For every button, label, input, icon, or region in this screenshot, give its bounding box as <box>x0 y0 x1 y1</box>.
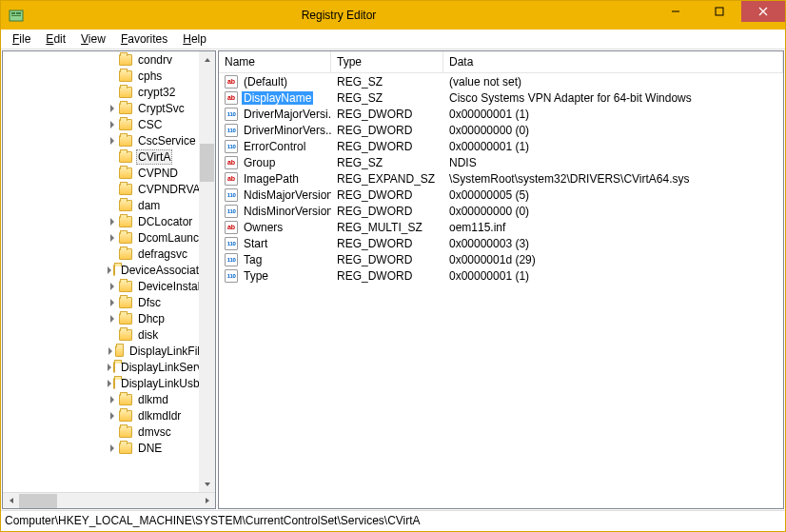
tree-item[interactable]: dam <box>3 197 215 213</box>
tree-expander-icon[interactable] <box>108 266 111 275</box>
list-row[interactable]: ImagePathREG_EXPAND_SZ\SystemRoot\system… <box>219 170 783 187</box>
tree-expander-icon[interactable] <box>108 120 117 129</box>
list-row[interactable]: NdisMinorVersionREG_DWORD0x00000000 (0) <box>219 203 783 219</box>
folder-icon <box>119 410 132 422</box>
column-header-data[interactable]: Data <box>443 51 783 72</box>
tree-expander-icon[interactable] <box>108 379 111 388</box>
tree-item[interactable]: CryptSvc <box>3 100 215 116</box>
tree-item[interactable]: DCLocator <box>3 213 215 229</box>
value-data-cell: 0x00000001 (1) <box>443 108 783 121</box>
tree-item[interactable]: Dfsc <box>3 294 215 310</box>
list-row[interactable]: GroupREG_SZNDIS <box>219 154 783 170</box>
maximize-button[interactable] <box>698 1 741 22</box>
tree-item[interactable]: disk <box>3 326 215 343</box>
value-type-cell: REG_SZ <box>331 91 443 105</box>
menu-view[interactable]: View <box>73 30 113 48</box>
folder-icon <box>119 200 132 211</box>
folder-icon <box>113 265 115 276</box>
tree-expander-icon[interactable] <box>108 298 117 307</box>
vscroll-track[interactable] <box>199 68 215 476</box>
tree-item[interactable]: cphs <box>3 68 215 84</box>
string-value-icon <box>225 172 238 186</box>
tree-item[interactable]: dlkmdldr <box>3 407 215 424</box>
string-value-icon <box>225 156 238 169</box>
value-name: Owners <box>242 221 285 234</box>
tree-item[interactable]: DisplayLinkUsbPort <box>3 375 215 391</box>
tree-expander-icon[interactable] <box>108 443 117 453</box>
close-button[interactable] <box>741 1 785 22</box>
list-row[interactable]: DisplayNameREG_SZCisco Systems VPN Adapt… <box>219 89 783 106</box>
scroll-up-button[interactable] <box>199 51 215 68</box>
tree-expander-icon[interactable] <box>108 136 117 146</box>
tree-view[interactable]: condrvcphscrypt32CryptSvcCSCCscServiceCV… <box>3 51 215 492</box>
tree-item[interactable]: crypt32 <box>3 84 215 100</box>
content-area: condrvcphscrypt32CryptSvcCSCCscServiceCV… <box>1 49 785 511</box>
list-row[interactable]: TypeREG_DWORD0x00000001 (1) <box>219 267 783 284</box>
folder-icon <box>119 184 132 195</box>
tree-item[interactable]: CSC <box>3 116 215 132</box>
tree-expander-icon[interactable] <box>108 363 111 372</box>
tree-item[interactable]: DeviceAssociationService <box>3 262 215 278</box>
tree-item-label: DNE <box>136 442 164 455</box>
tree-item[interactable]: condrv <box>3 51 215 68</box>
minimize-button[interactable] <box>654 1 698 22</box>
tree-item[interactable]: DisplayLinkService <box>3 359 215 375</box>
menu-file[interactable]: File <box>5 30 38 48</box>
tree-item-label: CscService <box>136 134 198 148</box>
list-body[interactable]: (Default)REG_SZ(value not set)DisplayNam… <box>219 73 783 508</box>
scroll-down-button[interactable] <box>199 476 215 492</box>
tree-item[interactable]: CVPND <box>3 165 215 181</box>
column-header-type[interactable]: Type <box>331 51 443 72</box>
list-row[interactable]: StartREG_DWORD0x00000003 (3) <box>219 235 783 251</box>
value-data-cell: 0x0000001d (29) <box>443 253 783 266</box>
hscroll-track[interactable] <box>19 493 199 509</box>
folder-icon <box>119 394 132 405</box>
tree-item[interactable]: DcomLaunch <box>3 229 215 246</box>
list-row[interactable]: TagREG_DWORD0x0000001d (29) <box>219 251 783 267</box>
tree-item-label: dam <box>136 199 162 212</box>
tree-expander-icon[interactable] <box>108 104 117 113</box>
menu-favorites[interactable]: Favorites <box>113 30 175 48</box>
list-row[interactable]: DriverMinorVers...REG_DWORD0x00000000 (0… <box>219 122 783 138</box>
hscroll-thumb[interactable] <box>19 494 57 508</box>
scroll-left-button[interactable] <box>3 493 19 509</box>
tree-expander-icon[interactable] <box>108 217 117 227</box>
tree-item[interactable]: dmvsc <box>3 424 215 440</box>
tree-expander-icon[interactable] <box>108 395 117 404</box>
tree-item[interactable]: Dhcp <box>3 310 215 326</box>
tree-item[interactable]: CVPNDRVA <box>3 181 215 197</box>
tree-vertical-scrollbar[interactable] <box>199 51 215 492</box>
tree-expander-icon[interactable] <box>108 282 117 291</box>
tree-item[interactable]: dlkmd <box>3 391 215 407</box>
tree-expander-icon[interactable] <box>108 233 117 243</box>
tree-item-label: disk <box>136 328 160 342</box>
tree-item-label: CSC <box>136 118 164 131</box>
column-header-name[interactable]: Name <box>219 51 331 72</box>
tree-item-label: CVirtA <box>136 149 172 165</box>
scroll-right-button[interactable] <box>199 493 215 509</box>
tree-expander-icon[interactable] <box>108 346 113 356</box>
list-row[interactable]: DriverMajorVersi...REG_DWORD0x00000001 (… <box>219 106 783 122</box>
list-row[interactable]: NdisMajorVersionREG_DWORD0x00000005 (5) <box>219 187 783 203</box>
svg-marker-11 <box>206 498 209 503</box>
value-type-cell: REG_EXPAND_SZ <box>331 172 443 186</box>
vscroll-thumb[interactable] <box>200 144 214 182</box>
tree-item[interactable]: CscService <box>3 132 215 148</box>
value-name: (Default) <box>242 75 289 89</box>
tree-item[interactable]: CVirtA <box>3 148 215 165</box>
list-row[interactable]: OwnersREG_MULTI_SZoem115.inf <box>219 219 783 235</box>
menu-help[interactable]: Help <box>175 30 214 48</box>
tree-horizontal-scrollbar[interactable] <box>3 492 215 508</box>
tree-item[interactable]: DisplayLinkFilter <box>3 343 215 359</box>
list-row[interactable]: ErrorControlREG_DWORD0x00000001 (1) <box>219 138 783 154</box>
list-row[interactable]: (Default)REG_SZ(value not set) <box>219 73 783 89</box>
tree-expander-icon[interactable] <box>108 411 117 421</box>
tree-expander-icon[interactable] <box>108 314 117 324</box>
value-name-cell: Start <box>219 237 331 250</box>
menu-edit[interactable]: Edit <box>38 30 73 48</box>
tree-item[interactable]: DeviceInstall <box>3 278 215 294</box>
tree-item[interactable]: defragsvc <box>3 246 215 262</box>
value-type-cell: REG_DWORD <box>331 140 443 153</box>
tree-item[interactable]: DNE <box>3 440 215 456</box>
tree-item-label: defragsvc <box>136 247 189 261</box>
